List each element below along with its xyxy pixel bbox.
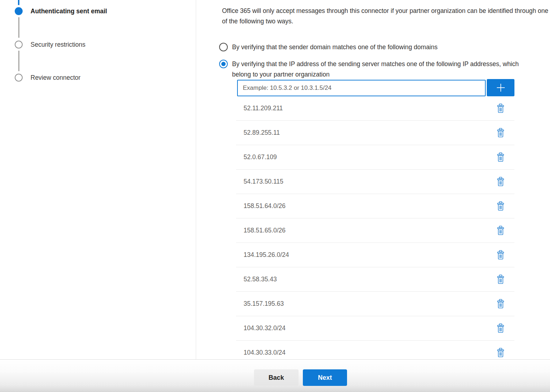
- ip-address-value: 104.30.33.0/24: [244, 349, 496, 356]
- plus-icon: [495, 82, 507, 93]
- stepper-connector-line-completed: [18, 0, 19, 5]
- delete-ip-button[interactable]: [496, 176, 505, 187]
- back-button[interactable]: Back: [254, 369, 299, 386]
- ip-address-value: 134.195.26.0/24: [244, 251, 496, 259]
- radio-option-label[interactable]: By verifying that the sender domain matc…: [232, 42, 438, 52]
- ip-row: 52.58.35.43: [236, 267, 514, 292]
- radio-option-sender-domain[interactable]: By verifying that the sender domain matc…: [219, 42, 438, 52]
- ip-row: 134.195.26.0/24: [236, 243, 514, 267]
- step-label: Review connector: [31, 74, 80, 82]
- trash-icon: [496, 226, 505, 235]
- wizard-stepper: Authenticating sent email Security restr…: [0, 0, 196, 359]
- radio-option-label[interactable]: By verifying that the IP address of the …: [232, 59, 530, 80]
- trash-icon: [496, 323, 505, 333]
- next-button[interactable]: Next: [303, 369, 347, 386]
- trash-icon: [496, 103, 505, 113]
- ip-address-value: 54.173.50.115: [244, 178, 496, 185]
- ip-address-value: 104.30.32.0/24: [244, 324, 496, 332]
- step-circle-icon: [15, 74, 23, 82]
- radio-button-icon[interactable]: [219, 60, 228, 68]
- delete-ip-button[interactable]: [496, 274, 505, 285]
- ip-address-value: 158.51.65.0/26: [244, 227, 496, 234]
- stepper-connector-line: [18, 51, 19, 71]
- ip-address-value: 35.157.195.63: [244, 300, 496, 308]
- trash-icon: [496, 177, 505, 186]
- delete-ip-button[interactable]: [496, 152, 505, 163]
- delete-ip-button[interactable]: [496, 347, 505, 358]
- ip-row: 158.51.65.0/26: [236, 218, 514, 243]
- ip-address-value: 52.89.255.11: [244, 129, 496, 137]
- trash-icon: [496, 250, 505, 260]
- ip-address-value: 52.0.67.109: [244, 153, 496, 161]
- step-label: Security restrictions: [31, 41, 85, 49]
- trash-icon: [496, 299, 505, 309]
- trash-icon: [496, 152, 505, 162]
- trash-icon: [496, 128, 505, 138]
- ip-address-value: 52.11.209.211: [244, 105, 496, 112]
- add-ip-button[interactable]: [487, 79, 514, 96]
- ip-row: 158.51.64.0/26: [236, 194, 514, 218]
- delete-ip-button[interactable]: [496, 323, 505, 334]
- ip-row: 35.157.195.63: [236, 292, 514, 316]
- ip-address-value: 52.58.35.43: [244, 276, 496, 283]
- ip-row: 52.89.255.11: [236, 121, 514, 145]
- main-content: Office 365 will only accept messages thr…: [196, 0, 550, 359]
- trash-icon: [496, 201, 505, 211]
- ip-row: 104.30.33.0/24: [236, 341, 514, 359]
- connector-wizard-page: Authenticating sent email Security restr…: [0, 0, 550, 392]
- delete-ip-button[interactable]: [496, 225, 505, 236]
- step-review-connector: Review connector: [15, 74, 80, 82]
- delete-ip-button[interactable]: [496, 127, 505, 138]
- step-active-dot-icon: [15, 7, 23, 15]
- radio-option-ip-address[interactable]: By verifying that the IP address of the …: [219, 59, 530, 80]
- stepper-connector-line: [18, 17, 19, 38]
- delete-ip-button[interactable]: [496, 200, 505, 212]
- delete-ip-button[interactable]: [496, 298, 505, 309]
- step-label: Authenticating sent email: [31, 8, 107, 15]
- ip-address-value: 158.51.64.0/26: [244, 202, 496, 210]
- ip-row: 52.0.67.109: [236, 145, 514, 170]
- step-security-restrictions: Security restrictions: [15, 41, 85, 49]
- ip-address-input[interactable]: [237, 80, 486, 96]
- delete-ip-button[interactable]: [496, 103, 505, 114]
- radio-button-icon[interactable]: [219, 43, 228, 51]
- delete-ip-button[interactable]: [496, 249, 505, 260]
- trash-icon: [496, 275, 505, 284]
- intro-text: Office 365 will only accept messages thr…: [222, 6, 549, 27]
- step-circle-icon: [15, 41, 23, 49]
- wizard-footer: Back Next: [0, 359, 550, 392]
- ip-row: 54.173.50.115: [236, 170, 514, 194]
- step-authenticating-sent-email: Authenticating sent email: [15, 7, 107, 15]
- ip-address-list: 52.11.209.211 52.89.255.11: [236, 96, 514, 359]
- ip-row: 52.11.209.211: [236, 96, 514, 121]
- ip-row: 104.30.32.0/24: [236, 316, 514, 341]
- trash-icon: [496, 348, 505, 358]
